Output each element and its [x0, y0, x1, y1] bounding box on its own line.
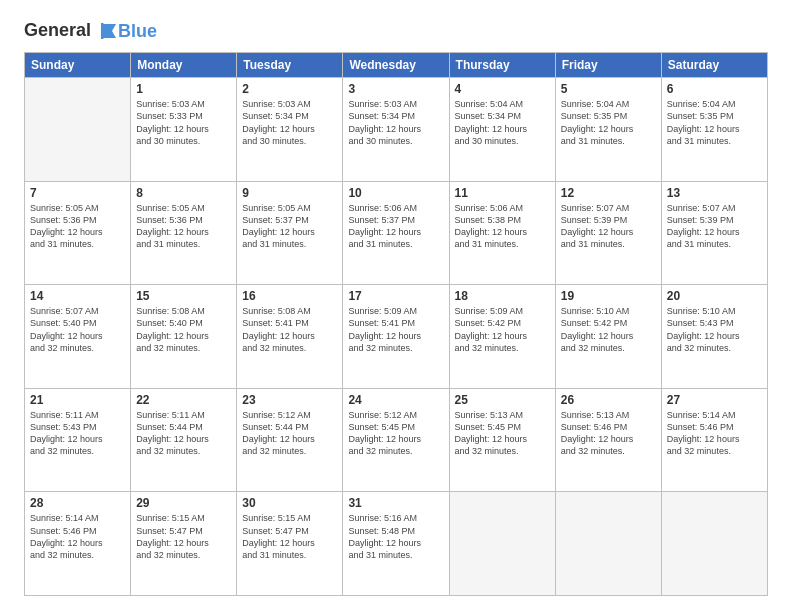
day-number: 25	[455, 393, 550, 407]
day-cell: 4Sunrise: 5:04 AM Sunset: 5:34 PM Daylig…	[449, 78, 555, 182]
day-info: Sunrise: 5:10 AM Sunset: 5:42 PM Dayligh…	[561, 305, 656, 354]
day-cell: 28Sunrise: 5:14 AM Sunset: 5:46 PM Dayli…	[25, 492, 131, 596]
weekday-thursday: Thursday	[449, 53, 555, 78]
day-info: Sunrise: 5:05 AM Sunset: 5:36 PM Dayligh…	[136, 202, 231, 251]
day-number: 16	[242, 289, 337, 303]
day-info: Sunrise: 5:08 AM Sunset: 5:40 PM Dayligh…	[136, 305, 231, 354]
day-number: 3	[348, 82, 443, 96]
day-cell: 17Sunrise: 5:09 AM Sunset: 5:41 PM Dayli…	[343, 285, 449, 389]
day-info: Sunrise: 5:06 AM Sunset: 5:37 PM Dayligh…	[348, 202, 443, 251]
weekday-wednesday: Wednesday	[343, 53, 449, 78]
day-number: 23	[242, 393, 337, 407]
day-number: 28	[30, 496, 125, 510]
day-cell: 5Sunrise: 5:04 AM Sunset: 5:35 PM Daylig…	[555, 78, 661, 182]
day-number: 11	[455, 186, 550, 200]
week-row-1: 1Sunrise: 5:03 AM Sunset: 5:33 PM Daylig…	[25, 78, 768, 182]
day-number: 9	[242, 186, 337, 200]
day-cell: 9Sunrise: 5:05 AM Sunset: 5:37 PM Daylig…	[237, 181, 343, 285]
day-number: 17	[348, 289, 443, 303]
day-info: Sunrise: 5:04 AM Sunset: 5:35 PM Dayligh…	[667, 98, 762, 147]
day-info: Sunrise: 5:04 AM Sunset: 5:34 PM Dayligh…	[455, 98, 550, 147]
day-number: 26	[561, 393, 656, 407]
day-info: Sunrise: 5:07 AM Sunset: 5:39 PM Dayligh…	[561, 202, 656, 251]
day-cell: 11Sunrise: 5:06 AM Sunset: 5:38 PM Dayli…	[449, 181, 555, 285]
day-info: Sunrise: 5:09 AM Sunset: 5:41 PM Dayligh…	[348, 305, 443, 354]
day-info: Sunrise: 5:05 AM Sunset: 5:36 PM Dayligh…	[30, 202, 125, 251]
day-number: 31	[348, 496, 443, 510]
logo: General Blue	[24, 20, 157, 42]
day-number: 22	[136, 393, 231, 407]
day-number: 19	[561, 289, 656, 303]
day-number: 24	[348, 393, 443, 407]
day-cell: 15Sunrise: 5:08 AM Sunset: 5:40 PM Dayli…	[131, 285, 237, 389]
day-cell: 13Sunrise: 5:07 AM Sunset: 5:39 PM Dayli…	[661, 181, 767, 285]
day-info: Sunrise: 5:11 AM Sunset: 5:44 PM Dayligh…	[136, 409, 231, 458]
day-info: Sunrise: 5:12 AM Sunset: 5:45 PM Dayligh…	[348, 409, 443, 458]
day-number: 12	[561, 186, 656, 200]
day-info: Sunrise: 5:13 AM Sunset: 5:45 PM Dayligh…	[455, 409, 550, 458]
day-cell: 6Sunrise: 5:04 AM Sunset: 5:35 PM Daylig…	[661, 78, 767, 182]
day-cell: 12Sunrise: 5:07 AM Sunset: 5:39 PM Dayli…	[555, 181, 661, 285]
week-row-2: 7Sunrise: 5:05 AM Sunset: 5:36 PM Daylig…	[25, 181, 768, 285]
day-info: Sunrise: 5:03 AM Sunset: 5:34 PM Dayligh…	[242, 98, 337, 147]
day-info: Sunrise: 5:04 AM Sunset: 5:35 PM Dayligh…	[561, 98, 656, 147]
day-cell: 26Sunrise: 5:13 AM Sunset: 5:46 PM Dayli…	[555, 388, 661, 492]
header: General Blue	[24, 20, 768, 42]
weekday-tuesday: Tuesday	[237, 53, 343, 78]
day-cell: 18Sunrise: 5:09 AM Sunset: 5:42 PM Dayli…	[449, 285, 555, 389]
day-cell: 29Sunrise: 5:15 AM Sunset: 5:47 PM Dayli…	[131, 492, 237, 596]
day-cell	[449, 492, 555, 596]
day-number: 27	[667, 393, 762, 407]
day-cell: 27Sunrise: 5:14 AM Sunset: 5:46 PM Dayli…	[661, 388, 767, 492]
weekday-monday: Monday	[131, 53, 237, 78]
weekday-saturday: Saturday	[661, 53, 767, 78]
week-row-4: 21Sunrise: 5:11 AM Sunset: 5:43 PM Dayli…	[25, 388, 768, 492]
calendar-body: 1Sunrise: 5:03 AM Sunset: 5:33 PM Daylig…	[25, 78, 768, 596]
day-cell: 7Sunrise: 5:05 AM Sunset: 5:36 PM Daylig…	[25, 181, 131, 285]
logo-flag-icon	[98, 20, 120, 42]
logo-general: General	[24, 20, 91, 40]
day-cell: 25Sunrise: 5:13 AM Sunset: 5:45 PM Dayli…	[449, 388, 555, 492]
week-row-5: 28Sunrise: 5:14 AM Sunset: 5:46 PM Dayli…	[25, 492, 768, 596]
day-info: Sunrise: 5:07 AM Sunset: 5:39 PM Dayligh…	[667, 202, 762, 251]
day-info: Sunrise: 5:13 AM Sunset: 5:46 PM Dayligh…	[561, 409, 656, 458]
day-cell: 31Sunrise: 5:16 AM Sunset: 5:48 PM Dayli…	[343, 492, 449, 596]
day-cell	[25, 78, 131, 182]
day-cell: 8Sunrise: 5:05 AM Sunset: 5:36 PM Daylig…	[131, 181, 237, 285]
weekday-header-row: SundayMondayTuesdayWednesdayThursdayFrid…	[25, 53, 768, 78]
day-info: Sunrise: 5:08 AM Sunset: 5:41 PM Dayligh…	[242, 305, 337, 354]
day-cell	[555, 492, 661, 596]
day-cell	[661, 492, 767, 596]
day-info: Sunrise: 5:09 AM Sunset: 5:42 PM Dayligh…	[455, 305, 550, 354]
day-info: Sunrise: 5:14 AM Sunset: 5:46 PM Dayligh…	[667, 409, 762, 458]
day-cell: 1Sunrise: 5:03 AM Sunset: 5:33 PM Daylig…	[131, 78, 237, 182]
day-number: 15	[136, 289, 231, 303]
day-cell: 2Sunrise: 5:03 AM Sunset: 5:34 PM Daylig…	[237, 78, 343, 182]
svg-rect-1	[101, 23, 104, 39]
day-info: Sunrise: 5:15 AM Sunset: 5:47 PM Dayligh…	[136, 512, 231, 561]
day-number: 14	[30, 289, 125, 303]
day-cell: 14Sunrise: 5:07 AM Sunset: 5:40 PM Dayli…	[25, 285, 131, 389]
day-cell: 23Sunrise: 5:12 AM Sunset: 5:44 PM Dayli…	[237, 388, 343, 492]
weekday-sunday: Sunday	[25, 53, 131, 78]
day-info: Sunrise: 5:15 AM Sunset: 5:47 PM Dayligh…	[242, 512, 337, 561]
day-info: Sunrise: 5:03 AM Sunset: 5:34 PM Dayligh…	[348, 98, 443, 147]
day-info: Sunrise: 5:05 AM Sunset: 5:37 PM Dayligh…	[242, 202, 337, 251]
day-number: 20	[667, 289, 762, 303]
page: General Blue SundayMondayTuesdayWednesda…	[0, 0, 792, 612]
weekday-friday: Friday	[555, 53, 661, 78]
week-row-3: 14Sunrise: 5:07 AM Sunset: 5:40 PM Dayli…	[25, 285, 768, 389]
day-number: 6	[667, 82, 762, 96]
day-number: 2	[242, 82, 337, 96]
day-info: Sunrise: 5:03 AM Sunset: 5:33 PM Dayligh…	[136, 98, 231, 147]
day-info: Sunrise: 5:10 AM Sunset: 5:43 PM Dayligh…	[667, 305, 762, 354]
day-cell: 20Sunrise: 5:10 AM Sunset: 5:43 PM Dayli…	[661, 285, 767, 389]
day-cell: 21Sunrise: 5:11 AM Sunset: 5:43 PM Dayli…	[25, 388, 131, 492]
day-cell: 16Sunrise: 5:08 AM Sunset: 5:41 PM Dayli…	[237, 285, 343, 389]
day-cell: 30Sunrise: 5:15 AM Sunset: 5:47 PM Dayli…	[237, 492, 343, 596]
day-number: 10	[348, 186, 443, 200]
day-number: 13	[667, 186, 762, 200]
svg-marker-0	[102, 24, 116, 38]
day-number: 1	[136, 82, 231, 96]
day-number: 18	[455, 289, 550, 303]
